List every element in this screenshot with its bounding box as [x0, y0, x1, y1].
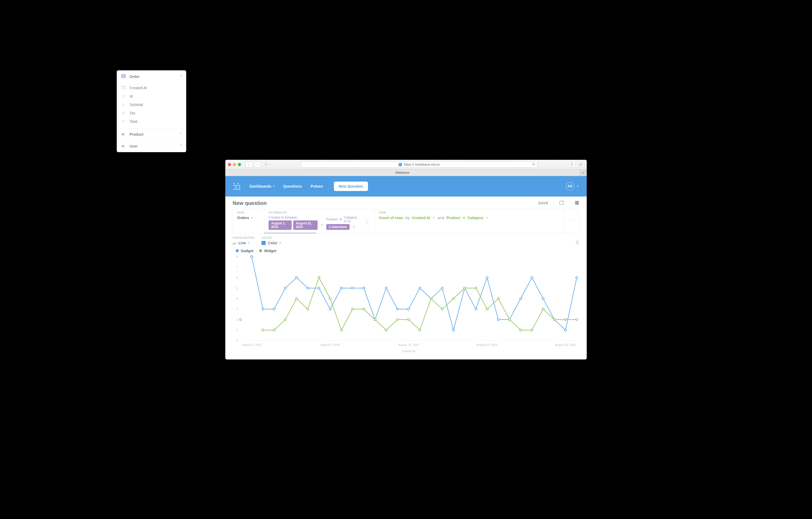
svg-text:Created At: Created At — [402, 350, 415, 353]
metabase-logo-icon[interactable] — [234, 183, 240, 189]
svg-point-71 — [284, 319, 286, 321]
viz-type-selector[interactable]: Line ▾ — [233, 241, 254, 245]
divider — [569, 200, 570, 206]
minimize-window-icon[interactable] — [233, 163, 236, 166]
svg-point-64 — [542, 298, 544, 300]
chevron-down-icon[interactable]: ▾ — [577, 185, 578, 188]
tabs-icon[interactable] — [577, 162, 584, 167]
page-title: New question — [233, 200, 267, 206]
browser-tab[interactable]: Metabase — [225, 169, 579, 176]
svg-point-44 — [318, 287, 320, 289]
svg-point-66 — [564, 329, 567, 331]
svg-text:August 30, 2015: August 30, 2015 — [555, 343, 576, 346]
sidebar-toggle-icon[interactable] — [263, 162, 270, 167]
svg-point-89 — [486, 308, 488, 310]
data-label: DATA — [237, 211, 260, 214]
url-bar[interactable]: https:// metabase.my.co ⟳ — [301, 161, 538, 168]
scroll-indicator — [264, 233, 316, 234]
share-icon[interactable] — [568, 162, 575, 167]
breakout-category[interactable]: Category — [468, 216, 484, 220]
svg-point-69 — [262, 329, 264, 331]
svg-point-80 — [385, 329, 387, 331]
view-label: VIEW — [379, 211, 560, 214]
reload-icon[interactable]: ⟳ — [532, 162, 535, 166]
nav-questions[interactable]: Questions — [283, 184, 302, 188]
chevron-down-icon: ▾ — [280, 241, 281, 244]
chevron-down-icon: ▾ — [251, 216, 253, 219]
filter-product-label: Product — [326, 218, 338, 221]
filter-chip-date-start[interactable]: August 1, 2015 — [268, 220, 292, 230]
svg-point-60 — [497, 319, 499, 321]
svg-point-39 — [262, 308, 264, 310]
add-to-dashboard-icon[interactable] — [559, 200, 564, 206]
user-avatar[interactable]: KD — [566, 182, 574, 191]
svg-point-51 — [396, 308, 398, 310]
svg-text:August 9, 2015: August 9, 2015 — [320, 343, 340, 346]
svg-point-75 — [329, 298, 331, 300]
svg-point-41 — [284, 287, 286, 289]
filter-created-at-label: Created At between — [268, 216, 324, 219]
data-table-selector[interactable]: Orders ▾ — [237, 216, 260, 220]
maximize-window-icon[interactable] — [238, 163, 241, 166]
filter-segment: FILTERED BY Created At between August 1,… — [264, 209, 375, 233]
new-question-button[interactable]: New Question — [334, 182, 368, 191]
svg-text:2: 2 — [236, 318, 238, 321]
breakout-product[interactable]: Product — [446, 216, 460, 220]
svg-point-46 — [341, 287, 343, 289]
svg-text:8: 8 — [236, 255, 238, 258]
svg-point-90 — [497, 298, 499, 300]
svg-point-73 — [307, 308, 309, 310]
join-icon — [339, 218, 342, 221]
view-segment: VIEW Count of rows by Created At ✕ and P… — [375, 209, 564, 233]
svg-rect-0 — [265, 163, 268, 166]
breakout-created-at[interactable]: Created At — [412, 216, 430, 220]
save-button[interactable]: SAVE — [538, 201, 548, 205]
svg-text:August 16, 2015: August 16, 2015 — [398, 343, 419, 346]
svg-rect-5 — [580, 163, 582, 165]
card-icon[interactable] — [575, 200, 579, 206]
svg-point-97 — [576, 319, 578, 321]
remove-breakout-icon[interactable]: ✕ — [433, 216, 436, 220]
svg-point-88 — [475, 287, 477, 289]
filter-chip-selections[interactable]: 2 selections — [326, 224, 350, 230]
svg-point-70 — [273, 329, 275, 331]
download-button[interactable] — [575, 240, 579, 245]
svg-text:August 2, 2015: August 2, 2015 — [242, 343, 261, 346]
more-options-button[interactable]: ⋯ — [564, 209, 579, 233]
aggregation-count[interactable]: Count of rows — [379, 216, 403, 220]
svg-point-92 — [520, 329, 522, 331]
remove-breakout-icon[interactable]: ✕ — [486, 216, 489, 220]
filter-chip-date-end[interactable]: August 31, 2015 — [293, 220, 318, 230]
svg-point-50 — [385, 287, 387, 289]
nav-pulses[interactable]: Pulses — [311, 184, 323, 188]
svg-point-77 — [351, 308, 353, 310]
svg-point-86 — [453, 298, 455, 300]
back-button[interactable]: ‹ — [245, 162, 252, 167]
color-selector[interactable]: Color ▾ — [261, 241, 281, 245]
filter-label: FILTERED BY — [268, 211, 370, 214]
url-text: https:// metabase.my.co — [404, 162, 440, 166]
svg-point-45 — [329, 308, 331, 310]
svg-point-38 — [251, 255, 253, 258]
legend-item-gadget[interactable]: Gadget — [236, 249, 253, 253]
remove-filter-icon[interactable]: ✕ — [352, 225, 356, 229]
svg-point-76 — [341, 329, 343, 331]
by-label: by — [405, 216, 410, 220]
svg-point-52 — [408, 308, 410, 310]
svg-point-62 — [520, 298, 522, 300]
close-window-icon[interactable] — [228, 163, 231, 166]
svg-point-59 — [486, 277, 488, 279]
svg-rect-4 — [579, 164, 582, 166]
remove-filter-icon[interactable]: ✕ — [320, 223, 324, 227]
new-tab-button[interactable]: + — [579, 170, 587, 175]
svg-point-82 — [408, 319, 410, 321]
legend-item-widget[interactable]: Widget — [259, 249, 277, 253]
nav-dashboards[interactable]: Dashboards ▾ — [250, 184, 274, 188]
svg-rect-6 — [559, 201, 563, 204]
forward-button[interactable]: › — [254, 162, 261, 167]
viz-controls: VISUALIZATION Line ▾ COLOR Color ▾ — [225, 233, 587, 246]
svg-text:7: 7 — [236, 266, 238, 269]
chevron-down-icon: ▾ — [248, 241, 250, 244]
window-controls — [228, 163, 241, 166]
add-filter-button[interactable]: ＋ — [364, 219, 370, 226]
